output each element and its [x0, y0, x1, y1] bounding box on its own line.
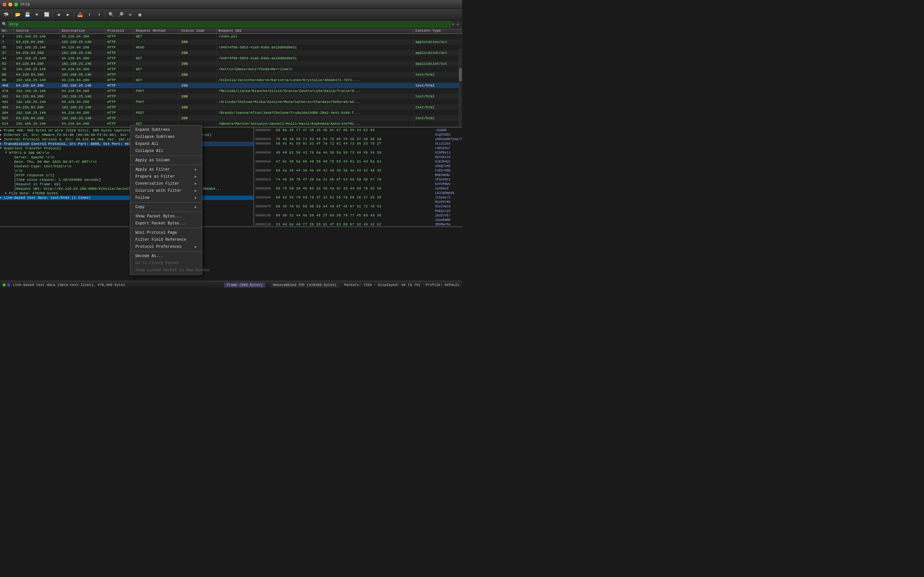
menu-item-expand-subtrees[interactable]: Expand Subtrees	[130, 126, 202, 133]
window-controls[interactable]	[3, 3, 18, 6]
table-row[interactable]: 8064.226.84.200192.168.25.140HTTP200text…	[0, 72, 462, 77]
table-row[interactable]: 35192.168.25.14064.226.84.200HTTPHEAD/94…	[0, 45, 462, 50]
menu-item-copy[interactable]: Copy▶	[130, 203, 202, 211]
start-capture-icon[interactable]: ⬆	[85, 10, 94, 19]
back-icon[interactable]: ◀	[54, 10, 63, 19]
tree-item[interactable]: ▶File Data: 478360 bytes	[0, 191, 254, 195]
menu-separator	[130, 202, 202, 203]
filter-bar: 🔍 ✕ ＋	[0, 21, 462, 28]
menu-item-collapse-subtrees[interactable]: Collapse Subtrees	[130, 133, 202, 140]
table-row[interactable]: 46864.226.84.200192.168.25.140HTTP200tex…	[0, 83, 462, 88]
menu-item-follow[interactable]: Follow▶	[130, 194, 202, 201]
minimize-button[interactable]	[8, 3, 12, 6]
col-content-type[interactable]: Content-Type	[413, 28, 462, 34]
zoom-reset-icon[interactable]: ⊙	[126, 10, 135, 19]
tree-item[interactable]: ▶Line-based text data: text/html (1 line…	[0, 195, 254, 200]
statusbar: Line-based text data (data-text-lines), …	[0, 281, 462, 288]
menu-item-conversation-filter[interactable]: Conversation Filter▶	[130, 180, 202, 187]
columns-icon[interactable]: ▦	[136, 10, 144, 19]
hex-pane: 00000060 0d 0a 45 77 47 38 45 4b 6c 67 6…	[254, 127, 462, 226]
col-method[interactable]: Request Method	[134, 28, 179, 34]
scroll-thumb[interactable]	[459, 68, 462, 81]
tree-item[interactable]: ▼Hypertext Transfer Protocol	[0, 146, 254, 151]
forward-icon[interactable]: ▶	[63, 10, 73, 19]
capture-options-icon[interactable]: 📥	[75, 10, 84, 19]
stop-capture-icon[interactable]: ⬇	[95, 10, 103, 19]
hex-row: 00000070 79 48 38 58 71 52 45 54 79 65 7…	[255, 137, 461, 142]
table-row[interactable]: 49464.226.84.200192.168.25.140HTTP200tex…	[0, 105, 462, 110]
tree-item[interactable]: ▶Internet Protocol Version 4, Src: 64.22…	[0, 137, 254, 142]
menu-item-show-packet-bytes[interactable]: Show Packet Bytes...	[130, 213, 202, 220]
table-row[interactable]: 514192.168.25.14064.226.84.200HTTPGET/Wa…	[0, 121, 462, 126]
detail-tree: ▶Frame 468: 666 bytes on wire (5328 bits…	[0, 127, 254, 226]
menu-item-prepare-as-filter[interactable]: Prepare as Filter▶	[130, 173, 202, 180]
tree-item[interactable]: ▼HTTP/1.0 200 OK\r\n	[0, 151, 254, 155]
menu-item-expand-all[interactable]: Expand All	[130, 140, 202, 147]
menu-item-protocol-preferences[interactable]: Protocol Preferences▶	[130, 243, 202, 250]
tree-item[interactable]: [Request URI: http://64.226.84.200:8080/…	[0, 187, 254, 191]
tree-item[interactable]: ▶Ethernet II, Src: VMware_f3:51:0b (00:5…	[0, 133, 254, 137]
tree-item[interactable]: Content-type: text/html\r\n	[0, 164, 254, 169]
close-button[interactable]	[3, 3, 6, 6]
tree-item[interactable]: ▶Transmission Control Protocol, Src Port…	[0, 142, 254, 146]
tree-item[interactable]: Date: Thu, 09 Mar 2023 08:07:47 GMT\r\n	[0, 160, 254, 164]
table-row[interactable]: 3764.226.84.200192.168.25.140HTTP200appl…	[0, 50, 462, 55]
save-icon[interactable]: 💾	[23, 10, 32, 19]
scrollbar[interactable]	[459, 49, 462, 127]
table-row[interactable]: 504192.168.25.14064.226.84.200HTTPPOST/B…	[0, 110, 462, 115]
table-row[interactable]: 478192.168.25.14064.226.84.200HTTPPOST/M…	[0, 88, 462, 93]
table-row[interactable]: 491192.168.25.14064.226.84.200HTTPPOST/A…	[0, 99, 462, 105]
table-row[interactable]: 764.226.84.200192.168.25.140HTTP200appli…	[0, 39, 462, 45]
menu-item-export-packet-bytes[interactable]: Export Packet Bytes...	[130, 220, 202, 227]
col-status[interactable]: Status Code	[179, 28, 216, 34]
reload-icon[interactable]: 🔄	[42, 10, 51, 19]
tree-item[interactable]: Server: Apache \r\n	[0, 155, 254, 160]
table-row[interactable]: 44192.168.25.14064.226.84.200HTTPGET/949…	[0, 55, 462, 61]
tree-item[interactable]: \r\n	[0, 169, 254, 173]
table-row[interactable]: 51664.226.84.200192.168.25.140HTTP200tex…	[0, 126, 462, 127]
filter-label: 🔍	[2, 22, 7, 27]
filter-input[interactable]	[8, 21, 451, 27]
menu-item-filter-field-reference[interactable]: Filter Field Reference	[130, 236, 202, 243]
table-row[interactable]: 70192.168.25.14064.226.84.200HTTPGET/Ket…	[0, 66, 462, 72]
shark-icon[interactable]: 🦈	[1, 10, 10, 19]
filter-clear-button[interactable]: ✕	[452, 22, 454, 27]
hex-row: 000000e0 69 63 35 79 6d 76 2f 32 52 55 7…	[255, 195, 461, 205]
hex-row: 000000a0 47 6c 45 5a 6b 48 55 49 75 53 4…	[255, 160, 461, 169]
table-row[interactable]: 6264.226.84.200192.168.25.140HTTP200appl…	[0, 61, 462, 66]
profile-info: Profile: Default	[425, 283, 459, 287]
col-source[interactable]: Source	[14, 28, 60, 34]
tree-item[interactable]: [HTTP response 1/1]	[0, 173, 254, 177]
maximize-button[interactable]	[14, 3, 18, 6]
menu-item-colorize-with-filter[interactable]: Colorize with Filter▶	[130, 187, 202, 194]
tree-item[interactable]: [Time since request: 1.497264000 seconds…	[0, 177, 254, 182]
tree-item[interactable]: ▶Frame 468: 666 bytes on wire (5328 bits…	[0, 128, 254, 133]
zoom-out-icon[interactable]: 🔎	[116, 10, 125, 19]
menu-item-apply-as-column[interactable]: Apply as Column	[130, 157, 202, 164]
menu-item-decode-as[interactable]: Decode As...	[130, 253, 202, 259]
col-no[interactable]: No.	[0, 28, 14, 34]
reassembled-label[interactable]: Reassembled TCP (478458 bytes)	[270, 282, 339, 287]
menu-item-collapse-all[interactable]: Collapse All	[130, 147, 202, 155]
menu-item-wiki-protocol-page[interactable]: Wiki Protocol Page	[130, 229, 202, 236]
menu-item-apply-as-filter[interactable]: Apply as Filter▶	[130, 166, 202, 173]
filter-status-dot	[7, 284, 10, 287]
open-icon[interactable]: 📂	[13, 10, 22, 19]
frame-label[interactable]: Frame (666 bytes)	[224, 282, 265, 287]
menu-separator	[130, 211, 202, 212]
hex-row: 00000090 4b 49 62 50 42 76 6a 4a 38 5a 5…	[255, 151, 461, 160]
col-protocol[interactable]: Protocol	[105, 28, 134, 34]
hex-row: 00000110 33 4d 6e 4d 77 2b 35 61 4f 63 6…	[255, 222, 461, 226]
close-file-icon[interactable]: ✖	[32, 10, 41, 19]
col-destination[interactable]: Destination	[60, 28, 105, 34]
col-uri[interactable]: Request URI	[216, 28, 413, 34]
menu-item-go-to-linked-packet: Go to Linked Packet	[130, 259, 202, 267]
table-row[interactable]: 89192.168.25.14064.226.84.200HTTPGET/Kik…	[0, 77, 462, 83]
hex-row: 000000f0 68 35 76 6c 56 38 63 64 4d 6f 4…	[255, 205, 461, 213]
table-row[interactable]: 50764.226.84.200192.168.25.140HTTP200tex…	[0, 115, 462, 121]
zoom-in-icon[interactable]: 🔍	[107, 10, 115, 19]
tree-item[interactable]: [Request in frame: 89]	[0, 182, 254, 187]
table-row[interactable]: 4192.168.25.14064.226.84.200HTTPGET/vn84…	[0, 34, 462, 39]
table-row[interactable]: 48164.226.84.200192.168.25.140HTTP200tex…	[0, 93, 462, 99]
filter-add-button[interactable]: ＋	[456, 21, 460, 27]
